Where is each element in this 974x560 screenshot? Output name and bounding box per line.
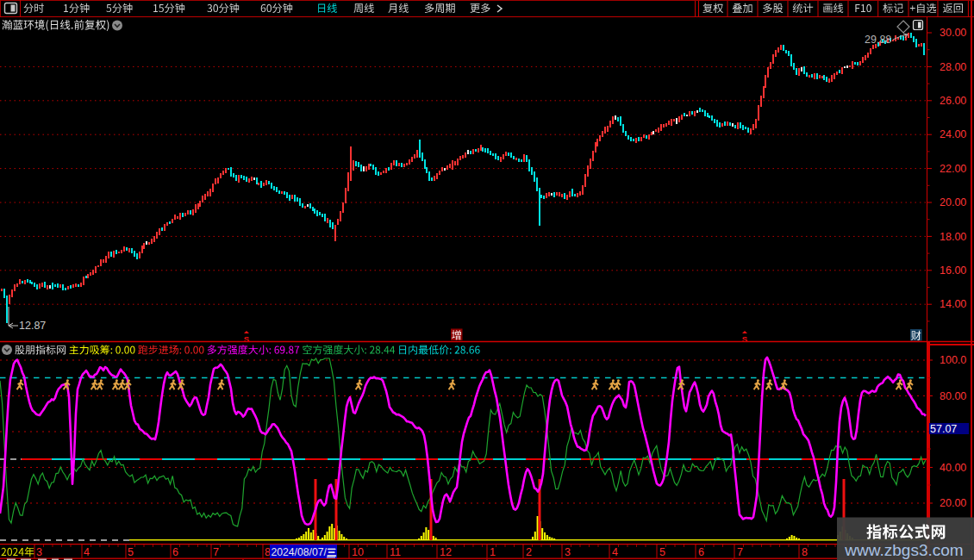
- svg-text:18.00: 18.00: [940, 231, 966, 243]
- svg-text:8: 8: [802, 546, 808, 558]
- svg-text:11: 11: [390, 546, 401, 558]
- svg-text:4: 4: [84, 546, 90, 558]
- svg-text:26.00: 26.00: [940, 95, 966, 107]
- svg-text:6: 6: [172, 546, 178, 558]
- svg-text:22.00: 22.00: [940, 163, 966, 175]
- svg-text:100.0: 100.0: [940, 354, 966, 366]
- svg-text:4: 4: [612, 546, 618, 558]
- svg-text:8: 8: [265, 546, 271, 558]
- svg-text:20.00: 20.00: [940, 497, 966, 509]
- svg-text:40.00: 40.00: [940, 462, 966, 474]
- svg-text:6: 6: [698, 546, 704, 558]
- svg-text:7: 7: [737, 546, 743, 558]
- svg-text:12: 12: [440, 546, 452, 558]
- svg-text:7: 7: [213, 546, 219, 558]
- svg-text:14.00: 14.00: [940, 298, 966, 310]
- svg-text:2024/08/07/: 2024/08/07/: [272, 546, 328, 558]
- svg-text:3: 3: [36, 546, 42, 558]
- svg-text:20.00: 20.00: [940, 196, 966, 208]
- svg-text:3: 3: [565, 546, 571, 558]
- svg-text:80.00: 80.00: [940, 390, 966, 402]
- svg-text:2: 2: [526, 546, 532, 558]
- svg-text:16.00: 16.00: [940, 264, 966, 277]
- svg-text:57.07: 57.07: [930, 423, 957, 435]
- svg-text:10: 10: [352, 546, 364, 558]
- svg-text:1: 1: [490, 546, 496, 558]
- svg-text:12.87: 12.87: [19, 320, 46, 332]
- svg-text:5: 5: [659, 546, 665, 558]
- svg-text:5: 5: [128, 546, 134, 558]
- svg-text:30.00: 30.00: [940, 27, 966, 39]
- svg-text:24.00: 24.00: [940, 128, 966, 140]
- svg-text:29.88: 29.88: [865, 34, 891, 46]
- svg-text:www.zbgs3.com: www.zbgs3.com: [844, 541, 963, 559]
- svg-text:28.00: 28.00: [940, 61, 966, 73]
